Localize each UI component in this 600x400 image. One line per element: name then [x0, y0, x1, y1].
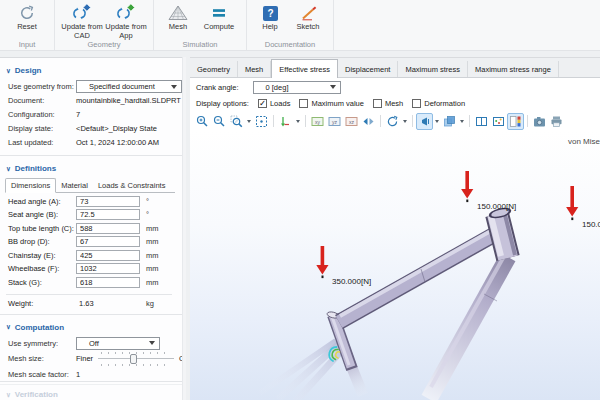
- zoom-out-icon[interactable]: [211, 113, 228, 130]
- ribbon-group-simulation: Mesh Compute Simulation: [154, 0, 247, 50]
- display-options-row: Display options: ✓ Loads Maximum value M…: [190, 96, 600, 111]
- go-to-default-view-icon[interactable]: [277, 113, 294, 130]
- sketch-icon: [300, 3, 317, 23]
- configuration-row: Configuration: 7: [8, 108, 182, 121]
- tab-material[interactable]: Material: [56, 179, 93, 192]
- head-angle-row: Head angle (A): °: [8, 196, 182, 207]
- reset-icon: [18, 3, 36, 23]
- update-from-cad-icon: [72, 3, 92, 23]
- field-label: Document:: [8, 96, 76, 105]
- chevron-down-icon[interactable]: [296, 120, 300, 123]
- tab-maximum-stress[interactable]: Maximum stress: [398, 61, 468, 77]
- print-icon[interactable]: [548, 113, 565, 130]
- help-icon: ?: [263, 3, 278, 23]
- rotate-icon[interactable]: [384, 113, 401, 130]
- field-label: Seat angle (B):: [8, 210, 76, 219]
- update-from-cad-button[interactable]: Update from CAD: [60, 3, 104, 40]
- view-yz-icon[interactable]: yz: [326, 113, 343, 130]
- view-xz-icon[interactable]: xz: [343, 113, 360, 130]
- color-legend-icon[interactable]: [507, 113, 524, 130]
- tab-loads-constraints[interactable]: Loads & Constraints: [93, 179, 171, 192]
- section-title: Design: [15, 66, 42, 75]
- mesh-icon: [168, 3, 188, 23]
- tab-effective-stress[interactable]: Effective stress: [271, 59, 338, 78]
- chevron-down-icon[interactable]: [403, 120, 407, 123]
- scene-light-icon[interactable]: [416, 113, 433, 130]
- dropdown-value: 0 [deg]: [254, 83, 326, 92]
- zoom-extents-icon[interactable]: [228, 113, 245, 130]
- update-from-app-button[interactable]: Update from App: [104, 3, 148, 40]
- view-xy-icon[interactable]: xy: [309, 113, 326, 130]
- ribbon-group-label: Geometry: [55, 40, 153, 49]
- zoom-box-icon[interactable]: [253, 113, 270, 130]
- tab-displacement[interactable]: Displacement: [338, 61, 398, 77]
- compute-button[interactable]: Compute: [197, 3, 241, 32]
- mesh-button[interactable]: Mesh: [159, 3, 197, 32]
- top-tube-length-input[interactable]: [76, 223, 140, 234]
- tab-dimensions[interactable]: Dimensions: [5, 178, 56, 193]
- bb-drop-input[interactable]: [76, 236, 140, 247]
- zoom-in-icon[interactable]: [194, 113, 211, 130]
- use-symmetry-row: Use symmetry: Off: [8, 337, 182, 350]
- field-label: Wheelbase (F):: [8, 264, 76, 273]
- seat-angle-input[interactable]: [76, 209, 140, 220]
- document-row: Document: mountainbike_hardtail.SLDPRT: [8, 94, 182, 107]
- ribbon-group-label: Input: [0, 40, 54, 49]
- field-label: Mesh size:: [8, 354, 76, 363]
- wheelbase-input[interactable]: [76, 263, 140, 274]
- stack-input[interactable]: [76, 277, 140, 288]
- dropdown-value: Specified document: [77, 82, 167, 91]
- use-geometry-dropdown[interactable]: Specified document: [76, 80, 182, 93]
- tab-geometry[interactable]: Geometry: [190, 61, 238, 77]
- checkbox-loads[interactable]: ✓: [258, 99, 267, 108]
- chevron-down-icon[interactable]: [435, 120, 439, 123]
- sketch-button[interactable]: Sketch: [288, 3, 328, 32]
- head-angle-input[interactable]: [76, 196, 140, 207]
- option-deformation[interactable]: Deformation: [412, 99, 465, 108]
- checkbox-mesh[interactable]: [373, 99, 382, 108]
- use-symmetry-dropdown[interactable]: Off: [76, 337, 160, 350]
- section-header-definitions[interactable]: Definitions: [6, 164, 182, 173]
- section-header-computation[interactable]: Computation: [6, 323, 182, 332]
- option-maximum-value[interactable]: Maximum value: [299, 99, 364, 108]
- chevron-down-icon[interactable]: [460, 120, 464, 123]
- mesh-size-slider[interactable]: [98, 352, 174, 366]
- chevron-down-icon[interactable]: [247, 120, 251, 123]
- weight-divider: [6, 294, 172, 295]
- help-button[interactable]: ? Help: [252, 3, 288, 32]
- chevron-down-icon: [171, 85, 177, 89]
- slider-thumb[interactable]: [130, 354, 137, 364]
- section-header-verification[interactable]: Verification: [6, 390, 58, 399]
- field-label: Top tube length (C):: [8, 224, 76, 233]
- flip-view-icon[interactable]: [360, 113, 377, 130]
- reset-button[interactable]: Reset: [5, 3, 49, 32]
- option-label: Deformation: [424, 99, 465, 108]
- section-header-design[interactable]: Design: [6, 66, 182, 75]
- graphics-canvas-3d-view[interactable]: von Mises: [190, 131, 600, 400]
- last-updated-value: Oct 1, 2024 12:00:00 AM: [76, 138, 159, 147]
- checkbox-maximum-value[interactable]: [299, 99, 308, 108]
- transparency-icon[interactable]: [441, 113, 458, 130]
- option-label: Loads: [270, 99, 290, 108]
- field-label: Configuration:: [8, 110, 76, 119]
- tab-mesh[interactable]: Mesh: [238, 61, 271, 77]
- button-label: Reset: [17, 23, 37, 32]
- checkbox-deformation[interactable]: [412, 99, 421, 108]
- unit-label: kg: [146, 299, 154, 308]
- chevron-down-icon: [149, 341, 155, 345]
- option-loads[interactable]: ✓ Loads: [258, 99, 290, 108]
- field-label: BB drop (D):: [8, 237, 76, 246]
- field-label: Use geometry from:: [8, 82, 76, 91]
- option-label: Maximum value: [311, 99, 364, 108]
- option-mesh[interactable]: Mesh: [373, 99, 403, 108]
- crank-angle-dropdown[interactable]: 0 [deg]: [253, 81, 341, 94]
- plot-settings-icon[interactable]: [490, 113, 507, 130]
- chainstay-input[interactable]: [76, 250, 140, 261]
- graphics-toolbar: xy yz xz: [190, 111, 600, 132]
- snapshot-icon[interactable]: [531, 113, 548, 130]
- toolbar-separator: [380, 115, 381, 127]
- button-label: Compute: [204, 23, 234, 32]
- tab-maximum-stress-range[interactable]: Maximum stress range: [468, 61, 559, 77]
- configuration-value: 7: [76, 110, 80, 119]
- split-view-icon[interactable]: [473, 113, 490, 130]
